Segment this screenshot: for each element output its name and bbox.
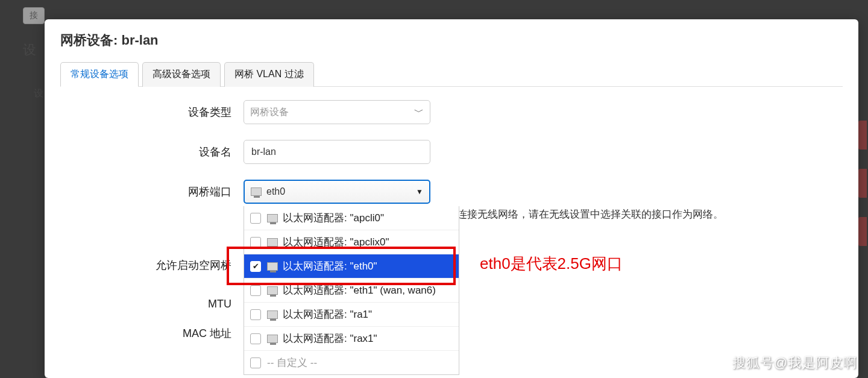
bg-heading-fragment: 设 xyxy=(23,41,36,59)
bg-tab-fragment: 接 xyxy=(23,7,45,24)
label-device-name: 设备名 xyxy=(60,145,244,159)
label-mtu: MTU xyxy=(60,298,244,310)
checkbox-icon xyxy=(250,285,261,296)
tab-vlan-filter[interactable]: 网桥 VLAN 过滤 xyxy=(224,62,314,87)
label-bridge-ports: 网桥端口 xyxy=(60,184,244,199)
network-adapter-icon xyxy=(267,286,278,295)
dropdown-option-apcli0[interactable]: 以太网适配器: "apcli0" xyxy=(244,206,459,230)
bg-edit-button-fragment xyxy=(858,217,867,246)
dropdown-option-eth0[interactable]: ✔ 以太网适配器: "eth0" xyxy=(244,254,459,279)
dropdown-option-rax1[interactable]: 以太网适配器: "rax1" xyxy=(244,327,459,351)
network-adapter-icon xyxy=(251,187,262,196)
network-adapter-icon xyxy=(267,238,278,247)
bg-edit-button-fragment xyxy=(858,169,867,198)
input-device-name[interactable] xyxy=(244,140,430,164)
modal-title: 网桥设备: br-lan xyxy=(60,31,843,49)
dropdown-option-label: 以太网适配器: "apclix0" xyxy=(283,235,389,249)
select-device-type[interactable]: 网桥设备 ﹀ xyxy=(244,100,430,124)
checkbox-icon xyxy=(250,213,261,224)
dropdown-option-label: 以太网适配器: "rax1" xyxy=(283,332,377,345)
label-device-type: 设备类型 xyxy=(60,105,244,119)
dropdown-option-label: 以太网适配器: "eth0" xyxy=(283,259,377,273)
bg-subhead-fragment: 设 xyxy=(34,87,43,100)
dropdown-option-eth1[interactable]: 以太网适配器: "eth1" (wan, wan6) xyxy=(244,279,459,303)
row-bridge-ports: 网桥端口 eth0 ▼ 连接无线网络，请在无线设置中选择关联的接口作为网络。 以… xyxy=(60,180,843,204)
row-device-type: 设备类型 网桥设备 ﹀ xyxy=(60,100,843,124)
checkbox-icon xyxy=(250,237,261,248)
row-device-name: 设备名 xyxy=(60,140,843,164)
network-adapter-icon xyxy=(267,262,278,271)
bridge-ports-dropdown: 以太网适配器: "apcli0" 以太网适配器: "apclix0" ✔ 以太网… xyxy=(244,206,459,375)
help-text-bridge-ports: 连接无线网络，请在无线设置中选择关联的接口作为网络。 xyxy=(446,207,723,221)
checkbox-icon xyxy=(250,358,261,368)
dropdown-option-ra1[interactable]: 以太网适配器: "ra1" xyxy=(244,303,459,327)
triangle-down-icon: ▼ xyxy=(416,187,423,196)
checkbox-icon xyxy=(250,333,261,344)
dropdown-option-custom[interactable]: -- 自定义 -- xyxy=(244,351,459,374)
checkbox-icon xyxy=(250,309,261,320)
network-adapter-icon xyxy=(267,310,278,319)
tab-bar: 常规设备选项 高级设备选项 网桥 VLAN 过滤 xyxy=(60,61,843,87)
dropdown-option-apclix0[interactable]: 以太网适配器: "apclix0" xyxy=(244,230,459,254)
bg-edit-button-fragment xyxy=(858,121,867,150)
dropdown-option-label: 以太网适配器: "ra1" xyxy=(283,307,372,321)
annotation-text: eth0是代表2.5G网口 xyxy=(480,253,623,274)
select-bridge-ports-value: eth0 xyxy=(266,186,285,197)
tab-general-options[interactable]: 常规设备选项 xyxy=(60,62,139,87)
watermark-text: 搜狐号@我是阿皮啊 xyxy=(732,354,857,372)
select-bridge-ports[interactable]: eth0 ▼ xyxy=(244,180,430,204)
chevron-down-icon: ﹀ xyxy=(414,106,424,119)
label-mac-address: MAC 地址 xyxy=(60,326,244,341)
dropdown-option-label: 以太网适配器: "eth1" (wan, wan6) xyxy=(283,283,436,297)
tab-advanced-options[interactable]: 高级设备选项 xyxy=(142,62,221,87)
checkbox-checked-icon: ✔ xyxy=(250,261,261,272)
label-allow-empty-bridge: 允许启动空网桥 xyxy=(60,258,244,272)
dropdown-option-label: 以太网适配器: "apcli0" xyxy=(283,211,384,225)
network-adapter-icon xyxy=(267,214,278,222)
device-config-modal: 网桥设备: br-lan 常规设备选项 高级设备选项 网桥 VLAN 过滤 设备… xyxy=(45,19,858,378)
dropdown-custom-label: -- 自定义 -- xyxy=(267,356,317,370)
select-device-type-value: 网桥设备 xyxy=(250,106,289,119)
network-adapter-icon xyxy=(267,335,278,343)
